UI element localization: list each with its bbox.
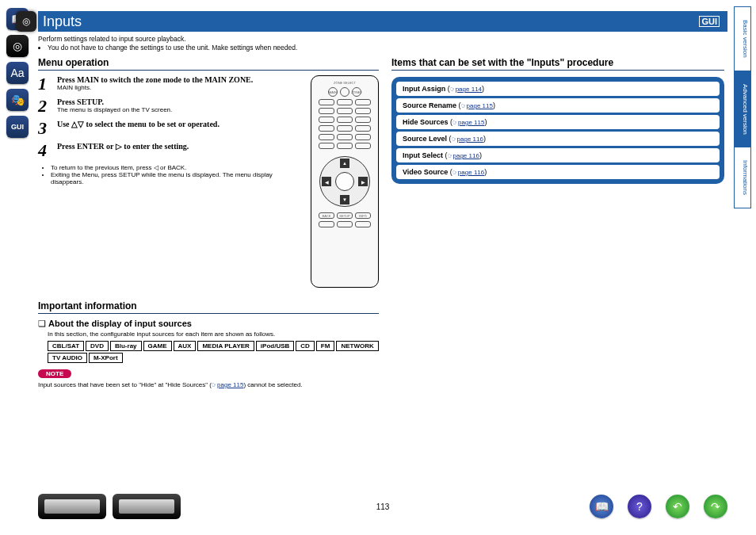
intro-text: Perform settings related to input source…: [38, 35, 724, 52]
note-page-link[interactable]: page 115: [217, 381, 243, 388]
dpad-up-icon: ▲: [340, 159, 349, 168]
right-tabs: Basic version Advanced version Informati…: [734, 6, 751, 208]
item-name: Source Rename: [403, 101, 456, 109]
remote-label: ZONE SELECT: [334, 81, 356, 85]
note-badge: NOTE: [38, 369, 71, 378]
remote-btn: [355, 143, 371, 149]
note-line: Exiting the Menu, press SETUP while the …: [51, 171, 304, 185]
note-text-a: Input sources that have been set to "Hid…: [38, 381, 212, 388]
items-heading: Items that can be set with the "Inputs" …: [391, 57, 724, 71]
dpad-down-icon: ▼: [340, 195, 349, 204]
remote-btn: [337, 134, 353, 140]
remote-btn: [355, 108, 371, 114]
items-box: Input Assign (☞page 114) Source Rename (…: [391, 77, 724, 184]
step-4: 4 Press ENTER or ▷ to enter the setting.: [38, 142, 304, 159]
footer-next-icon[interactable]: ↷: [704, 495, 727, 518]
item-name: Source Level: [403, 135, 447, 143]
about-heading: About the display of input sources: [38, 319, 379, 329]
item-page-link[interactable]: page 116: [453, 152, 479, 159]
source-chip: TV AUDIO: [48, 353, 87, 363]
step-num: 2: [38, 97, 52, 115]
source-chip: MEDIA PLAYER: [197, 341, 254, 351]
dpad-right-icon: ▶: [358, 177, 368, 186]
title-bar: ◎ Inputs GUI: [38, 11, 727, 32]
intro-line: Perform settings related to input source…: [38, 35, 724, 44]
tab-informations[interactable]: Informations: [734, 147, 751, 208]
item-name: Hide Sources: [403, 118, 449, 126]
remote-btn: [337, 221, 353, 227]
remote-btn: [337, 125, 353, 132]
step-num: 1: [38, 75, 52, 93]
source-chip: AUX: [174, 341, 197, 351]
remote-btn: [355, 221, 371, 227]
remote-btn: [319, 221, 334, 227]
remote-btn: [337, 108, 353, 114]
footer-prev-icon[interactable]: ↶: [666, 495, 689, 518]
item-page-link[interactable]: page 115: [467, 102, 493, 109]
source-chip: CBL/SAT: [48, 341, 84, 351]
remote-info-btn: INFO: [355, 212, 371, 219]
important-heading: Important information: [38, 300, 379, 314]
remote-control-diagram: ZONE SELECT MAINZONE2 ▲ ▼ ◀ ▶ BACKSETUPI…: [311, 75, 379, 288]
remote-btn: [319, 143, 334, 149]
remote-btn: [355, 125, 371, 132]
device-front-icon[interactable]: [38, 494, 106, 519]
remote-btn: [355, 117, 371, 123]
tab-basic[interactable]: Basic version: [734, 6, 751, 71]
remote-back-btn: BACK: [319, 212, 334, 219]
source-chip: FM: [316, 341, 335, 351]
note-text: Input sources that have been set to "Hid…: [38, 381, 379, 388]
item-input-select: Input Select (☞page 116): [396, 148, 720, 162]
masks-icon[interactable]: 🎭: [6, 89, 29, 111]
source-chip: CD: [296, 341, 315, 351]
remote-btn: [319, 125, 334, 132]
source-chip: DVD: [86, 341, 109, 351]
gui-icon[interactable]: GUI: [6, 116, 29, 138]
item-video-source: Video Source (☞page 116): [396, 165, 720, 179]
step-1: 1 Press MAIN to switch the zone mode to …: [38, 75, 304, 93]
step-num: 4: [38, 142, 52, 159]
step-num: 3: [38, 120, 52, 137]
source-chip: Blu-ray: [110, 341, 142, 351]
step-sub: The menu is displayed on the TV screen.: [57, 106, 304, 113]
item-page-link[interactable]: page 115: [458, 119, 484, 126]
steps-list: 1 Press MAIN to switch the zone mode to …: [38, 75, 304, 288]
page-title: Inputs: [43, 13, 82, 30]
item-name: Video Source: [403, 168, 448, 176]
source-chip: M-XPort: [89, 353, 123, 363]
item-source-level: Source Level (☞page 116): [396, 132, 720, 146]
source-chips: CBL/SAT DVD Blu-ray GAME AUX MEDIA PLAYE…: [48, 341, 379, 363]
remote-btn: [319, 99, 334, 105]
remote-btn: [319, 134, 334, 140]
glossary-icon[interactable]: Aa: [6, 62, 29, 84]
item-hide-sources: Hide Sources (☞page 115): [396, 115, 720, 129]
footer-book-icon[interactable]: 📖: [590, 495, 613, 518]
item-name: Input Select: [403, 151, 443, 159]
target-icon[interactable]: ◎: [6, 35, 29, 57]
tab-advanced[interactable]: Advanced version: [734, 71, 751, 148]
remote-btn: [340, 87, 349, 97]
source-chip: GAME: [143, 341, 172, 351]
note-text-b: ) cannot be selected.: [243, 381, 302, 388]
item-page-link[interactable]: page 116: [457, 136, 483, 143]
remote-btn: [337, 99, 353, 105]
small-notes: To return to the previous item, press ◁ …: [38, 164, 304, 185]
footer-help-icon[interactable]: ?: [628, 495, 651, 518]
step-sub: MAIN lights.: [57, 84, 304, 91]
about-text: In this section, the configurable input …: [48, 331, 379, 338]
footer: 113 📖 ? ↶ ↷: [38, 492, 727, 521]
remote-btn: [337, 117, 353, 123]
step-main: Press ENTER or ▷ to enter the setting.: [57, 142, 304, 151]
remote-zone2-btn: ZONE2: [352, 87, 361, 97]
note-line: To return to the previous item, press ◁ …: [51, 164, 304, 171]
item-page-link[interactable]: page 114: [456, 86, 482, 93]
device-rear-icon[interactable]: [113, 494, 181, 519]
remote-btn: [319, 117, 334, 123]
step-main: Use △▽ to select the menu to be set or o…: [57, 120, 304, 128]
step-2: 2 Press SETUP.The menu is displayed on t…: [38, 97, 304, 115]
item-input-assign: Input Assign (☞page 114): [396, 82, 720, 96]
item-page-link[interactable]: page 116: [458, 169, 484, 176]
remote-setup-btn: SETUP: [337, 212, 353, 219]
menu-operation-heading: Menu operation: [38, 57, 379, 71]
gui-badge: GUI: [699, 16, 720, 27]
